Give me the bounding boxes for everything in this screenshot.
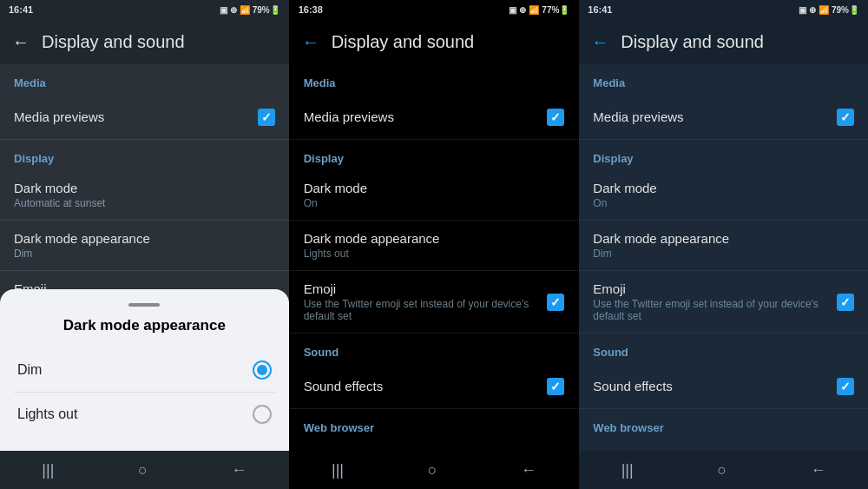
setting-dark-appearance-1[interactable]: Dark mode appearance Dim <box>0 221 289 271</box>
dark-mode-label-3: Dark mode <box>593 181 854 195</box>
battery-2: 77%🔋 <box>542 5 569 15</box>
modal-handle <box>128 303 160 307</box>
dark-appearance-sub-1: Dim <box>14 248 275 260</box>
media-previews-checkbox-3[interactable]: ✓ <box>837 109 854 126</box>
dark-appearance-sub-2: Lights out <box>304 248 565 260</box>
header-3: ← Display and sound <box>579 19 868 64</box>
nav-back-1[interactable]: ← <box>231 461 247 479</box>
wifi-icon-2: ⊕ <box>519 5 526 15</box>
phone-panel-3: 16:41 ▣ ⊕ 📶 79%🔋 ← Display and sound Med… <box>579 0 868 489</box>
dark-mode-sub-2: On <box>304 197 565 209</box>
back-arrow-1[interactable]: ← <box>12 32 30 52</box>
settings-list-3: Media Media previews ✓ Display Dark mode… <box>579 64 868 451</box>
wifi-icon-1: ⊕ <box>230 5 237 15</box>
media-previews-checkbox-2[interactable]: ✓ <box>547 109 564 126</box>
dark-mode-label-1: Dark mode <box>14 181 275 195</box>
status-bar-2: 16:38 ▣ ⊕ 📶 77%🔋 <box>290 0 579 19</box>
setting-inapp-browser-3[interactable]: Use in-app browser ✓ <box>579 439 868 451</box>
bottom-nav-3: ||| ○ ← <box>579 451 868 489</box>
emoji-label-3: Emoji <box>593 281 837 296</box>
setting-media-previews-3[interactable]: Media previews ✓ <box>579 95 868 140</box>
header-1: ← Display and sound <box>0 19 289 64</box>
setting-dark-appearance-3[interactable]: Dark mode appearance Dim <box>579 221 868 271</box>
back-arrow-3[interactable]: ← <box>591 32 608 52</box>
signal-bars-2: 📶 <box>529 5 539 15</box>
section-media-3: Media <box>579 64 868 95</box>
status-bar-3: 16:41 ▣ ⊕ 📶 79%🔋 <box>579 0 868 19</box>
wifi-icon-3: ⊕ <box>809 5 816 15</box>
dim-label: Dim <box>17 362 42 378</box>
page-title-3: Display and sound <box>621 32 764 52</box>
bottom-nav-1: ||| ○ ← <box>0 451 289 489</box>
dim-radio-circle[interactable] <box>253 360 272 380</box>
lights-out-radio-circle[interactable] <box>253 405 272 424</box>
setting-inapp-browser-2[interactable]: Use in-app browser ✓ <box>290 439 579 451</box>
setting-dark-mode-1[interactable]: Dark mode Automatic at sunset <box>0 170 289 221</box>
signal-bars-1: 📶 <box>240 5 250 15</box>
emoji-sub-2: Use the Twitter emoji set instead of you… <box>304 298 548 322</box>
dark-mode-label-2: Dark mode <box>304 181 565 195</box>
section-display-3: Display <box>579 140 868 170</box>
radio-dim[interactable]: Dim <box>14 348 275 393</box>
battery-1: 79%🔋 <box>253 5 280 15</box>
setting-emoji-3[interactable]: Emoji Use the Twitter emoji set instead … <box>579 271 868 334</box>
section-webbrowser-3: Web browser <box>579 409 868 439</box>
phone-panel-2: 16:38 ▣ ⊕ 📶 77%🔋 ← Display and sound Med… <box>290 0 579 489</box>
nav-home-2[interactable]: ○ <box>428 461 437 479</box>
setting-media-previews-1[interactable]: Media previews ✓ <box>0 95 289 140</box>
emoji-checkbox-3[interactable]: ✓ <box>837 294 854 311</box>
battery-3: 79%🔋 <box>832 5 859 15</box>
section-media-2: Media <box>290 64 579 95</box>
nav-home-1[interactable]: ○ <box>138 461 148 479</box>
header-2: ← Display and sound <box>290 19 579 64</box>
section-display-2: Display <box>290 140 579 170</box>
nav-back-3[interactable]: ← <box>811 461 826 479</box>
emoji-checkbox-2[interactable]: ✓ <box>547 294 564 311</box>
setting-media-previews-2[interactable]: Media previews ✓ <box>290 95 579 140</box>
media-previews-checkbox-1[interactable]: ✓ <box>258 109 275 126</box>
signal-icon-2: ▣ <box>509 5 516 15</box>
dim-radio-inner <box>257 365 267 375</box>
dark-mode-appearance-modal: Dark mode appearance Dim Lights out <box>0 289 289 451</box>
signal-bars-3: 📶 <box>819 5 829 15</box>
dark-appearance-label-2: Dark mode appearance <box>304 231 565 246</box>
status-icons-1: ▣ ⊕ 📶 79%🔋 <box>220 5 280 15</box>
section-sound-2: Sound <box>290 334 579 364</box>
time-2: 16:38 <box>299 4 323 15</box>
setting-dark-appearance-2[interactable]: Dark mode appearance Lights out <box>290 221 579 271</box>
nav-recent-1[interactable]: ||| <box>42 461 54 479</box>
dark-appearance-sub-3: Dim <box>593 248 854 260</box>
dark-mode-sub-1: Automatic at sunset <box>14 197 275 209</box>
setting-sound-effects-3[interactable]: Sound effects ✓ <box>579 364 868 409</box>
radio-lights-out[interactable]: Lights out <box>14 393 275 437</box>
page-title-2: Display and sound <box>332 32 475 52</box>
status-icons-3: ▣ ⊕ 📶 79%🔋 <box>799 5 859 15</box>
time-1: 16:41 <box>9 4 33 15</box>
status-bar-1: 16:41 ▣ ⊕ 📶 79%🔋 <box>0 0 289 19</box>
lights-out-label: Lights out <box>17 406 77 422</box>
nav-back-2[interactable]: ← <box>521 461 536 479</box>
back-arrow-2[interactable]: ← <box>302 32 319 52</box>
section-webbrowser-2: Web browser <box>290 409 579 439</box>
setting-dark-mode-2[interactable]: Dark mode On <box>290 170 579 221</box>
section-sound-3: Sound <box>579 334 868 364</box>
sound-effects-checkbox-3[interactable]: ✓ <box>837 378 854 395</box>
sound-effects-checkbox-2[interactable]: ✓ <box>547 378 564 395</box>
media-previews-label-2: Media previews <box>304 109 548 124</box>
signal-icon-1: ▣ <box>220 5 227 15</box>
nav-home-3[interactable]: ○ <box>717 461 727 479</box>
setting-dark-mode-3[interactable]: Dark mode On <box>579 170 868 221</box>
emoji-label-2: Emoji <box>304 281 548 296</box>
signal-icon-3: ▣ <box>799 5 806 15</box>
nav-recent-3[interactable]: ||| <box>621 461 634 479</box>
nav-recent-2[interactable]: ||| <box>332 461 344 479</box>
dark-appearance-label-1: Dark mode appearance <box>14 231 275 246</box>
dark-appearance-label-3: Dark mode appearance <box>593 231 854 246</box>
setting-emoji-2[interactable]: Emoji Use the Twitter emoji set instead … <box>290 271 579 334</box>
setting-sound-effects-2[interactable]: Sound effects ✓ <box>290 364 579 409</box>
time-3: 16:41 <box>588 4 612 15</box>
page-title-1: Display and sound <box>42 32 185 52</box>
dark-mode-sub-3: On <box>593 197 854 209</box>
sound-effects-label-3: Sound effects <box>593 379 837 393</box>
media-previews-label-3: Media previews <box>593 109 837 124</box>
